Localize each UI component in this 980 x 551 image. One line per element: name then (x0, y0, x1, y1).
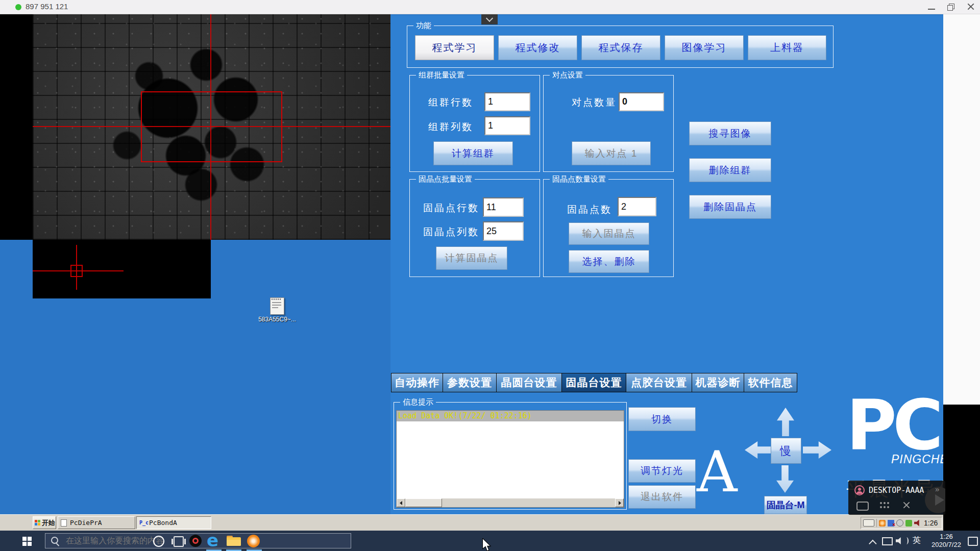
tab-wafer-stage[interactable]: 晶圆台设置 (496, 373, 562, 392)
right-white-strip (943, 14, 980, 405)
die-cols-label: 固晶点列数 (423, 226, 479, 239)
volume-icon[interactable] (896, 537, 903, 544)
btn-program-save[interactable]: 程式保存 (581, 35, 660, 60)
chat-icon[interactable] (856, 502, 869, 511)
network-icon[interactable] (882, 537, 893, 545)
expand-chevrons-icon[interactable]: » (935, 485, 939, 493)
clock-tray-icon[interactable] (896, 519, 903, 527)
btn-program-learn[interactable]: 程式学习 (415, 35, 494, 60)
group-batch-panel: 组群批量设置 组群行数 组群列数 计算组群 (409, 75, 540, 172)
scroll-right-arrow[interactable] (615, 498, 624, 507)
log-entry-selected[interactable]: Load Data OK!(7/22/ 01:22:16) (397, 411, 624, 421)
pc-app-icon: P̲c (139, 519, 146, 527)
tab-parameter-settings[interactable]: 参数设置 (443, 373, 497, 392)
minimize-icon[interactable] (928, 3, 935, 10)
jog-left-arrow-icon[interactable] (745, 441, 773, 459)
windows-flag-icon (35, 520, 40, 525)
sunflower-app-icon[interactable] (247, 535, 260, 547)
btn-input-die-point[interactable]: 输入固晶点 (569, 222, 649, 245)
close-toolbar-icon[interactable] (902, 501, 911, 509)
user-avatar-icon (854, 485, 865, 495)
btn-calc-group[interactable]: 计算组群 (433, 141, 513, 165)
btn-switch[interactable]: 切换 (628, 407, 696, 431)
btn-loader[interactable]: 上料器 (748, 35, 826, 60)
group-cols-input[interactable] (484, 116, 530, 135)
tab-auto-operation[interactable]: 自动操作 (391, 373, 443, 392)
taskbutton-pcdiepra[interactable]: PcDiePrA (58, 516, 135, 529)
btn-delete-die-point[interactable]: 删除固晶点 (689, 195, 771, 219)
search-icon (51, 537, 58, 544)
jog-slow-button[interactable]: 慢 (771, 438, 801, 464)
mouse-cursor (482, 538, 492, 551)
taskbutton-pcbonda[interactable]: P̲c PcBondA (136, 516, 211, 529)
btn-input-align-point[interactable]: 输入对点 1 (572, 141, 651, 165)
clock-date[interactable]: 1:26 2020/7/22 (926, 533, 966, 549)
btn-select-delete[interactable]: 选择、删除 (569, 250, 649, 273)
volume-tray-icon[interactable] (914, 520, 921, 527)
roi-rectangle (141, 91, 282, 162)
scroll-thumb[interactable] (405, 498, 442, 507)
close-icon[interactable] (967, 3, 974, 10)
toolbar-collapse-tab[interactable] (481, 14, 498, 24)
app-doc-icon (61, 519, 67, 527)
btn-program-modify[interactable]: 程式修改 (498, 35, 577, 60)
group-rows-input[interactable] (484, 92, 530, 111)
info-listbox[interactable]: Load Data OK!(7/22/ 01:22:16) (396, 410, 624, 508)
restore-icon[interactable] (947, 4, 954, 11)
app-window: 功能 程式学习 程式修改 程式保存 图像学习 上料器 组群批量设置 组群行数 组… (390, 15, 943, 514)
die-rows-label: 固晶点行数 (423, 202, 479, 215)
sunflower-tray-icon[interactable] (879, 520, 886, 527)
tab-machine-diagnosis[interactable]: 机器诊断 (692, 373, 744, 392)
jog-up-arrow-icon[interactable] (777, 408, 794, 436)
btn-stage-m[interactable]: 固晶台-M (764, 496, 807, 514)
action-center-icon[interactable] (968, 537, 978, 546)
desktop-file-icon[interactable]: 583A55C9~... (258, 297, 297, 325)
tray-date: 2020/7/22 (926, 541, 966, 549)
mini-roi-square (70, 265, 83, 277)
tab-die-bond-stage[interactable]: 固晶台设置 (561, 373, 626, 392)
camera-view-secondary (33, 240, 211, 298)
marker-a: A (697, 444, 737, 500)
jog-down-arrow-icon[interactable] (776, 465, 794, 493)
keyboard-tray-icon[interactable] (863, 519, 874, 527)
chevron-down-icon (486, 14, 493, 21)
record-app-icon[interactable] (189, 535, 202, 547)
btn-image-learn[interactable]: 图像学习 (665, 35, 744, 60)
btn-exit-software[interactable]: 退出软件 (628, 485, 696, 509)
die-rows-input[interactable] (483, 197, 524, 217)
network-error-tray-icon[interactable]: × (888, 520, 894, 527)
input-language-indicator[interactable]: 英 (913, 535, 921, 546)
scroll-left-arrow[interactable] (397, 498, 405, 507)
apps-grid-icon[interactable] (880, 502, 882, 504)
btn-calc-die-points[interactable]: 计算固晶点 (436, 246, 507, 270)
remote-start-button[interactable]: 开始 (33, 516, 56, 529)
camera-view (33, 14, 390, 240)
function-panel-title: 功能 (413, 20, 434, 31)
task-view-icon[interactable] (174, 536, 184, 547)
desktop-file-label: 583A55C9~... (258, 316, 297, 323)
die-batch-title: 固晶点批量设置 (416, 174, 475, 184)
align-count-input[interactable] (619, 92, 664, 111)
tray-expand-icon[interactable] (867, 539, 878, 549)
screen: 897 951 121 583A55C9~... (0, 0, 980, 551)
btn-search-image[interactable]: 搜寻图像 (689, 121, 771, 145)
die-cols-input[interactable] (483, 221, 524, 241)
cortana-icon[interactable] (153, 536, 164, 547)
info-hscrollbar[interactable] (397, 498, 624, 507)
tab-software-info[interactable]: 软件信息 (744, 373, 797, 392)
info-panel: 信息提示 Load Data OK!(7/22/ 01:22:16) (394, 402, 627, 510)
die-count-input[interactable] (618, 197, 656, 216)
info-panel-title: 信息提示 (400, 397, 436, 407)
start-button[interactable] (22, 537, 32, 546)
jog-right-arrow-icon[interactable] (803, 441, 831, 459)
status-tray-icon[interactable] (905, 520, 912, 527)
file-explorer-icon[interactable] (227, 536, 241, 546)
btn-delete-group[interactable]: 删除组群 (689, 158, 771, 182)
edge-browser-icon[interactable]: e (207, 532, 222, 549)
align-panel: 对点设置 对点数量 输入对点 1 (543, 75, 674, 172)
btn-adjust-light[interactable]: 调节灯光 (628, 459, 696, 483)
volume-wave-icon (904, 537, 909, 544)
tab-dispense-stage[interactable]: 点胶台设置 (626, 373, 692, 392)
die-count-panel: 固晶点数量设置 固晶点数 输入固晶点 选择、删除 (543, 179, 674, 277)
group-batch-title: 组群批量设置 (416, 70, 467, 80)
